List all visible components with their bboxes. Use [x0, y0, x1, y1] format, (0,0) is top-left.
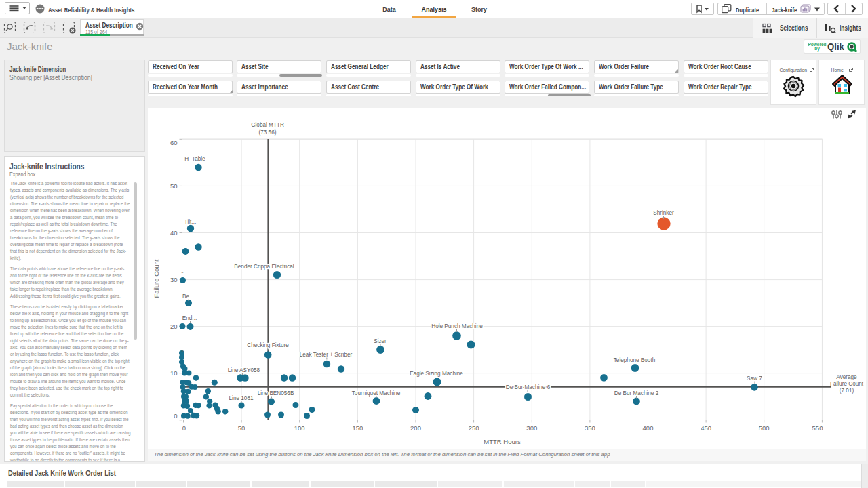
- svg-text:350: 350: [584, 424, 595, 432]
- svg-text:10: 10: [170, 369, 177, 377]
- svg-text:100: 100: [294, 424, 304, 432]
- svg-text:Line ASY058: Line ASY058: [227, 367, 260, 373]
- svg-text:H- Table: H- Table: [184, 156, 205, 162]
- svg-text:400: 400: [642, 424, 653, 432]
- svg-text:Global MTTR: Global MTTR: [251, 122, 284, 128]
- svg-text:Shrinker: Shrinker: [653, 210, 674, 216]
- svg-text:End...: End...: [182, 315, 196, 321]
- svg-text:50: 50: [237, 424, 245, 432]
- svg-text:Leak Tester + Scriber: Leak Tester + Scriber: [299, 352, 352, 358]
- svg-text:550: 550: [812, 424, 823, 432]
- svg-text:Tourniquet Machine: Tourniquet Machine: [351, 390, 400, 396]
- svg-text:500: 500: [758, 424, 769, 432]
- svg-text:Average: Average: [836, 374, 857, 380]
- svg-text:Line BEN056B: Line BEN056B: [257, 390, 294, 396]
- svg-text:200: 200: [410, 424, 421, 432]
- svg-text:150: 150: [352, 424, 363, 432]
- svg-text:20: 20: [170, 323, 177, 330]
- svg-text:(7.01): (7.01): [839, 388, 854, 394]
- svg-text:Eagle Sizing Machine: Eagle Sizing Machine: [410, 371, 463, 377]
- svg-text:50: 50: [170, 182, 177, 190]
- svg-text:Telephone Booth: Telephone Booth: [613, 357, 655, 363]
- svg-text:MTTR Hours: MTTR Hours: [484, 438, 521, 445]
- svg-text:De Bur Machine 2: De Bur Machine 2: [614, 390, 658, 396]
- svg-text:Be...: Be...: [182, 293, 194, 300]
- svg-text:300: 300: [526, 424, 537, 432]
- svg-text:250: 250: [468, 424, 479, 432]
- svg-text:450: 450: [701, 424, 711, 432]
- svg-text:Failure Count: Failure Count: [152, 259, 159, 298]
- svg-text:(73.56): (73.56): [258, 129, 276, 136]
- svg-text:Tilt...: Tilt...: [184, 219, 195, 225]
- svg-text:60: 60: [170, 139, 177, 146]
- svg-text:30: 30: [170, 276, 177, 283]
- svg-text:Hole Punch Machine: Hole Punch Machine: [431, 323, 483, 329]
- svg-text:0: 0: [174, 412, 177, 420]
- svg-text:Line 1081: Line 1081: [229, 395, 253, 401]
- svg-text:Checking Fixture: Checking Fixture: [247, 342, 289, 348]
- svg-text:Sizer: Sizer: [374, 338, 387, 344]
- svg-text:ʺ: ʺ: [181, 271, 183, 277]
- svg-text:Saw 7: Saw 7: [747, 375, 762, 382]
- svg-text:Failure Count: Failure Count: [829, 381, 863, 387]
- svg-text:0: 0: [182, 424, 185, 432]
- svg-text:Bender Crippa Electrical: Bender Crippa Electrical: [234, 264, 294, 270]
- svg-text:ʺ: ʺ: [181, 350, 183, 356]
- svg-text:40: 40: [170, 229, 177, 237]
- svg-text:De Bur Machine 6: De Bur Machine 6: [505, 384, 550, 390]
